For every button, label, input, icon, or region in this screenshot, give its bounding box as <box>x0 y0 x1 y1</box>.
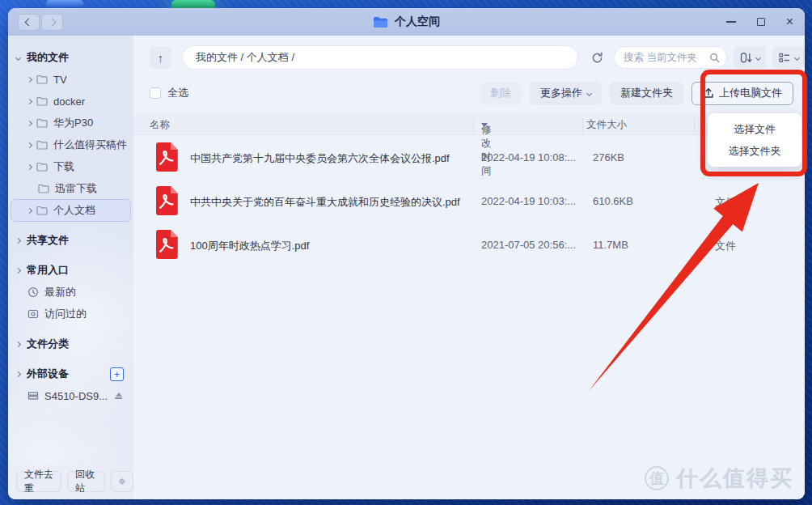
view-mode-button[interactable] <box>772 46 805 69</box>
pdf-file-icon <box>153 185 180 216</box>
chevron-down-icon <box>586 90 592 95</box>
window-title: 个人空间 <box>395 15 440 29</box>
sidebar-item-external-devices[interactable]: 外部设备 + <box>11 363 130 384</box>
sidebar-item-quick-access[interactable]: 常用入口 <box>11 260 130 281</box>
file-name: 100周年时政热点学习.pdf <box>190 239 309 253</box>
new-folder-button[interactable]: 新建文件夹 <box>610 82 683 105</box>
back-button[interactable] <box>18 14 40 31</box>
add-device-button[interactable]: + <box>110 367 124 381</box>
file-modified: 2022-04-19 10:08:... <box>481 151 576 163</box>
file-modified: 2021-07-05 20:56:... <box>481 239 576 251</box>
chevron-right-icon <box>27 207 32 213</box>
file-list-panel: ↑ 我的文件 / 个人文档 / <box>133 36 805 499</box>
maximize-button[interactable] <box>757 18 765 26</box>
sort-icon <box>739 52 752 64</box>
sidebar-item-recent[interactable]: 最新的 <box>11 282 130 303</box>
chevron-right-icon <box>27 120 32 125</box>
file-size: 11.7MB <box>593 239 628 251</box>
search-input[interactable] <box>624 52 709 63</box>
sidebar: 我的文件 TV docker 华为P30 <box>8 36 133 499</box>
eject-icon[interactable] <box>115 393 122 399</box>
file-manager-window: 个人空间 × 我的文件 TV <box>8 8 805 499</box>
sidebar-item-tv[interactable]: TV <box>11 69 130 90</box>
sidebar-item-huawei-p30[interactable]: 华为P30 <box>11 112 130 134</box>
menu-item-choose-folder[interactable]: 选择文件夹 <box>708 140 801 162</box>
breadcrumb-path: 我的文件 / 个人文档 / <box>196 50 294 65</box>
toolbar: ↑ 我的文件 / 个人文档 / <box>133 45 805 70</box>
sidebar-item-label: 个人文档 <box>53 203 95 218</box>
sidebar-item-personal-docs[interactable]: 个人文档 <box>11 200 130 221</box>
sidebar-item-label: 迅雷下载 <box>55 181 97 196</box>
recycle-bin-button[interactable]: 回收站 <box>67 471 105 492</box>
sidebar-item-thunder-downloads[interactable]: 迅雷下载 <box>11 178 130 199</box>
folder-icon <box>36 118 48 128</box>
gear-icon <box>119 475 125 488</box>
forward-button[interactable] <box>41 14 63 31</box>
menu-item-choose-files[interactable]: 选择文件 <box>708 118 801 140</box>
upload-button[interactable]: 上传电脑文件 <box>691 82 793 105</box>
breadcrumb[interactable]: 我的文件 / 个人文档 / <box>182 45 578 70</box>
column-size[interactable]: 文件大小 <box>586 118 627 132</box>
folder-icon <box>36 140 48 150</box>
sidebar-item-docker[interactable]: docker <box>11 91 130 112</box>
search-box[interactable] <box>614 46 727 69</box>
dedupe-button[interactable]: 文件去重 <box>16 471 61 492</box>
sidebar-item-label: 什么值得买稿件 <box>53 138 127 152</box>
sidebar-item-label: 访问过的 <box>44 307 87 321</box>
sidebar-item-my-files[interactable]: 我的文件 <box>11 47 130 68</box>
sidebar-item-label: 华为P30 <box>53 116 93 130</box>
select-all-checkbox[interactable] <box>150 87 161 99</box>
file-type: 文件 <box>715 239 736 253</box>
sidebar-item-label: TV <box>53 74 67 86</box>
sidebar-item-visited[interactable]: 访问过的 <box>11 303 130 325</box>
sidebar-item-file-categories[interactable]: 文件分类 <box>11 333 130 354</box>
table-header: 名称 修改时间 文件大小 <box>133 113 805 135</box>
sidebar-item-label: 文件分类 <box>27 337 69 351</box>
desktop: 个人空间 × 我的文件 TV <box>0 0 812 505</box>
go-up-button[interactable]: ↑ <box>150 47 171 69</box>
sidebar-item-label: 常用入口 <box>27 263 69 278</box>
chevron-right-icon <box>27 163 32 169</box>
sort-button[interactable] <box>734 46 766 69</box>
minimize-button[interactable] <box>726 21 736 23</box>
more-actions-button[interactable]: 更多操作 <box>530 82 602 105</box>
sidebar-item-downloads[interactable]: 下载 <box>11 156 130 177</box>
folder-icon <box>38 184 49 193</box>
chevron-right-icon <box>49 18 57 26</box>
chevron-right-icon <box>27 98 32 104</box>
delete-button: 删除 <box>480 82 522 105</box>
folder-icon <box>36 96 48 106</box>
sidebar-item-shared-files[interactable]: 共享文件 <box>11 230 130 251</box>
table-row[interactable]: 中国共产党第十九届中央委员会第六次全体会议公报.pdf 2022-04-19 1… <box>133 135 805 179</box>
chevron-right-icon <box>15 237 21 243</box>
upload-dropdown-menu: 选择文件 选择文件夹 <box>708 113 801 167</box>
select-all[interactable]: 全选 <box>150 86 188 100</box>
sidebar-item-label: 下载 <box>53 159 74 174</box>
chevron-left-icon <box>25 18 33 26</box>
folder-icon <box>36 206 48 215</box>
smzdm-logo: 值 <box>645 466 669 490</box>
sidebar-footer: 文件去重 回收站 <box>8 464 133 499</box>
upload-icon <box>703 87 714 99</box>
chevron-right-icon <box>27 142 32 147</box>
table-row[interactable]: 100周年时政热点学习.pdf 2021-07-05 20:56:... 11.… <box>133 223 805 266</box>
chevron-right-icon <box>27 76 32 82</box>
sidebar-item-label: docker <box>53 95 85 108</box>
file-name: 中共中央关于党的百年奋斗重大成就和历史经验的决议.pdf <box>190 195 460 210</box>
pdf-file-icon <box>153 229 180 260</box>
file-type: 文件 <box>715 195 736 210</box>
close-button[interactable]: × <box>786 15 793 28</box>
table-row[interactable]: 中共中央关于党的百年奋斗重大成就和历史经验的决议.pdf 2022-04-19 … <box>133 179 805 223</box>
settings-button[interactable] <box>111 471 133 492</box>
sort-desc-icon <box>481 123 488 127</box>
sidebar-item-device[interactable]: S4510-DS9... <box>11 385 130 406</box>
sidebar-item-label: 最新的 <box>44 285 76 299</box>
file-name: 中国共产党第十九届中央委员会第六次全体会议公报.pdf <box>190 151 450 166</box>
chevron-right-icon <box>15 267 21 273</box>
refresh-button[interactable] <box>586 47 607 68</box>
column-name[interactable]: 名称 <box>150 118 170 132</box>
sidebar-item-smzdm-drafts[interactable]: 什么值得买稿件 <box>11 134 130 155</box>
titlebar[interactable]: 个人空间 × <box>8 8 805 36</box>
chevron-right-icon <box>15 341 21 346</box>
chevron-down-icon <box>15 54 21 60</box>
